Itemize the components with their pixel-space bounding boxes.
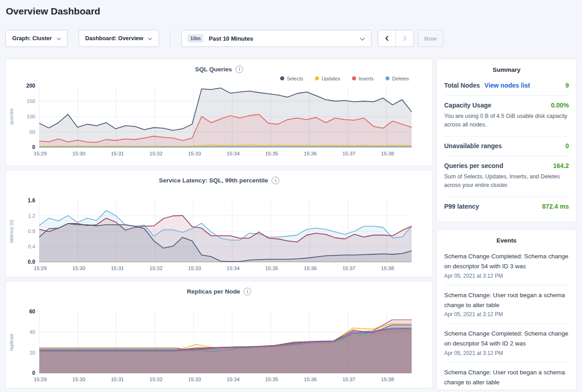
now-button[interactable]: Now — [418, 30, 443, 47]
svg-text:50: 50 — [29, 129, 35, 135]
svg-text:15:35: 15:35 — [265, 377, 278, 382]
svg-text:40: 40 — [29, 329, 35, 335]
svg-text:0.4: 0.4 — [28, 244, 36, 249]
legend-label: Inserts — [359, 76, 374, 81]
summary-label: Total Nodes — [444, 82, 480, 89]
sql-queries-chart[interactable]: 15:2915:3015:3115:3215:3315:3415:3515:36… — [7, 81, 432, 159]
page-title: Overview Dashboard — [6, 6, 100, 17]
legend-dot — [385, 76, 390, 80]
svg-text:0: 0 — [32, 144, 35, 150]
svg-text:15:38: 15:38 — [381, 377, 394, 382]
svg-text:15:34: 15:34 — [227, 151, 240, 156]
svg-text:15:29: 15:29 — [34, 266, 47, 271]
svg-text:15:30: 15:30 — [72, 377, 85, 382]
svg-text:15:32: 15:32 — [150, 151, 163, 156]
view-nodes-list-link[interactable]: View nodes list — [484, 82, 530, 89]
legend-dot — [352, 76, 356, 80]
summary-label: Capacity Usage — [444, 102, 491, 109]
sql-queries-panel: SQL Queries i Selects Updates Inserts — [5, 59, 433, 166]
summary-value: 164.2 — [553, 162, 569, 169]
summary-label: P99 latency — [444, 203, 479, 210]
event-text: Schema Change: User root began a schema … — [444, 290, 569, 310]
svg-text:1.2: 1.2 — [28, 213, 35, 219]
service-latency-chart[interactable]: 15:2915:3015:3115:3215:3315:3415:3515:36… — [7, 196, 432, 274]
legend-label: Updates — [322, 76, 340, 81]
next-interval-button[interactable] — [396, 30, 413, 47]
time-step-buttons — [378, 30, 414, 47]
summary-value: 0 — [565, 142, 569, 149]
svg-text:15:35: 15:35 — [265, 266, 278, 271]
svg-text:latency (s): latency (s) — [9, 220, 14, 243]
chevron-down-icon — [56, 35, 61, 42]
chevron-down-icon — [148, 35, 152, 42]
main-content: SQL Queries i Selects Updates Inserts — [5, 59, 577, 392]
svg-text:15:36: 15:36 — [304, 377, 317, 382]
info-icon[interactable]: i — [244, 288, 251, 295]
event-item[interactable]: Schema Change: User root began a schema … — [444, 285, 569, 324]
summary-row-capacity-usage: Capacity Usage 0.00% You are using 0 B o… — [444, 96, 569, 136]
summary-description: Sum of Selects, Updates, Inserts, and De… — [444, 173, 569, 190]
legend-label: Selects — [287, 76, 303, 81]
svg-text:15:37: 15:37 — [343, 151, 356, 156]
toolbar: Graph: Cluster Dashboard: Overview 10m P… — [5, 30, 443, 47]
event-text: Schema Change Completed: Schema change o… — [444, 329, 569, 349]
charts-column: SQL Queries i Selects Updates Inserts — [5, 59, 433, 392]
event-item[interactable]: Schema Change Completed: Schema change o… — [444, 247, 569, 285]
service-latency-panel: Service Latency: SQL, 99th percentile i … — [5, 170, 433, 277]
dashboard-dropdown[interactable]: Dashboard: Overview — [79, 30, 160, 47]
time-range-badge: 10m — [188, 34, 203, 42]
info-icon[interactable]: i — [272, 177, 279, 184]
replicas-per-node-panel: Replicas per Node i 15:2915:3015:3115:32… — [5, 281, 433, 388]
summary-value: 0.00% — [551, 102, 569, 109]
sidebar: Summary Total Nodes View nodes list 9 Ca… — [436, 59, 577, 392]
svg-text:15:32: 15:32 — [150, 266, 163, 271]
info-icon[interactable]: i — [235, 65, 243, 73]
legend-item-selects[interactable]: Selects — [280, 75, 303, 81]
legend-dot — [280, 76, 284, 80]
legend-label: Deletes — [392, 76, 409, 81]
graph-dropdown[interactable]: Graph: Cluster — [5, 30, 68, 47]
service-latency-chart-title: Service Latency: SQL, 99th percentile — [159, 177, 268, 184]
time-range-picker[interactable]: 10m Past 10 Minutes — [181, 30, 371, 47]
svg-text:0.0: 0.0 — [28, 259, 35, 265]
summary-row-queries-per-second: Queries per second 164.2 Sum of Selects,… — [444, 156, 569, 197]
summary-title: Summary — [444, 59, 569, 76]
summary-row-total-nodes: Total Nodes View nodes list 9 — [444, 76, 569, 96]
replicas-per-node-chart[interactable]: 15:2915:3015:3115:3215:3315:3415:3515:36… — [7, 307, 432, 385]
summary-value: 9 — [565, 82, 569, 89]
svg-text:15:33: 15:33 — [188, 151, 201, 156]
summary-value: 872.4 ms — [542, 203, 569, 210]
legend-item-deletes[interactable]: Deletes — [385, 75, 409, 81]
svg-text:0.8: 0.8 — [28, 229, 35, 234]
summary-panel: Summary Total Nodes View nodes list 9 Ca… — [436, 59, 577, 222]
svg-text:0: 0 — [32, 370, 35, 376]
svg-text:15:29: 15:29 — [34, 377, 47, 382]
svg-text:15:35: 15:35 — [265, 151, 278, 156]
svg-text:15:31: 15:31 — [111, 377, 124, 382]
sql-queries-legend: Selects Updates Inserts Deletes — [6, 73, 432, 81]
svg-text:15:29: 15:29 — [34, 151, 47, 156]
svg-text:15:33: 15:33 — [188, 377, 201, 382]
legend-item-updates[interactable]: Updates — [315, 75, 340, 81]
svg-text:replicas: replicas — [9, 334, 14, 351]
svg-text:15:38: 15:38 — [381, 151, 394, 156]
summary-row-p99-latency: P99 latency 872.4 ms — [444, 197, 569, 216]
replicas-chart-title: Replicas per Node — [187, 288, 240, 295]
event-text: Schema Change Completed: Schema change o… — [444, 252, 569, 271]
event-item[interactable]: Schema Change: User root began a schema … — [444, 363, 569, 390]
graph-dropdown-label: Graph: Cluster — [12, 35, 52, 42]
event-text: Schema Change: User root began a schema … — [444, 368, 569, 387]
dashboard-dropdown-label: Dashboard: Overview — [85, 35, 144, 42]
svg-text:15:37: 15:37 — [343, 377, 356, 382]
time-range-label: Past 10 Minutes — [209, 35, 354, 42]
chevron-down-icon — [360, 34, 365, 42]
svg-text:60: 60 — [29, 308, 36, 315]
event-item[interactable]: Schema Change Completed: Schema change o… — [444, 324, 569, 363]
prev-interval-button[interactable] — [378, 30, 396, 47]
legend-dot — [315, 76, 319, 80]
svg-text:15:31: 15:31 — [111, 151, 124, 156]
svg-text:15:33: 15:33 — [188, 266, 201, 271]
svg-text:queries: queries — [9, 108, 14, 125]
svg-text:15:32: 15:32 — [150, 377, 163, 382]
legend-item-inserts[interactable]: Inserts — [352, 75, 374, 81]
